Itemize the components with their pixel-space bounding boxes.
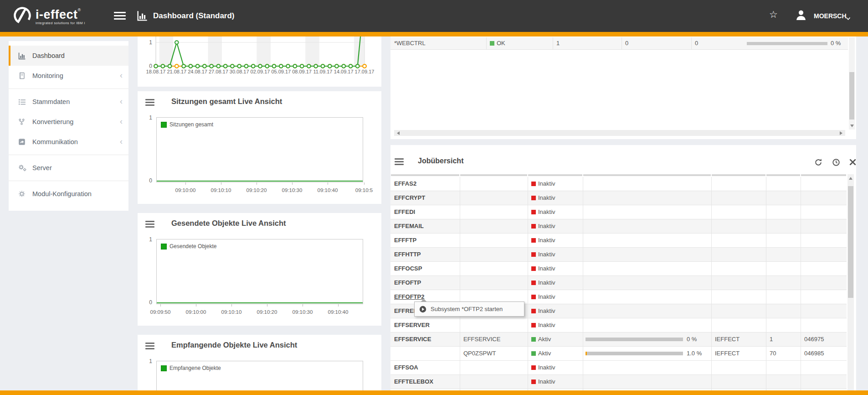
scrollbar-thumb[interactable] — [849, 72, 854, 120]
panel-menu-icon[interactable] — [145, 99, 154, 106]
table-row[interactable]: EFFEDIInaktiv — [390, 205, 847, 219]
menu-toggle-icon[interactable] — [114, 12, 126, 20]
status-badge: Inaktiv — [531, 318, 555, 332]
column-divider — [766, 248, 766, 261]
scroll-right-icon[interactable] — [840, 131, 842, 135]
job-name: QP0ZSPWT — [463, 347, 496, 360]
column-divider — [528, 262, 528, 275]
column-divider — [553, 37, 553, 49]
column-divider — [460, 219, 460, 233]
sidebar-item-monitoring[interactable]: Monitoring‹ — [9, 66, 128, 86]
table-row[interactable]: EFFSOAInaktiv — [390, 361, 847, 375]
legend-swatch — [161, 244, 167, 249]
status-badge: OK — [490, 37, 505, 49]
column-divider — [528, 205, 528, 219]
subsystem-name: EFFEDI — [394, 205, 415, 219]
column-divider — [460, 375, 460, 389]
sidebar-item-stammdaten[interactable]: Stammdaten‹ — [9, 92, 128, 112]
table-row[interactable]: EFFHTTPInaktiv — [390, 248, 847, 262]
subsystem-name: EFFHTTP — [394, 248, 421, 261]
horizontal-scrollbar[interactable] — [394, 130, 845, 136]
sidebar-item-konvertierung[interactable]: Konvertierung‹ — [9, 112, 128, 132]
table-row[interactable]: EFFTELEBOXInaktiv — [390, 375, 847, 389]
table-row[interactable]: EFFSERVERInaktiv — [390, 318, 847, 333]
table-row[interactable]: EFFOFTPInaktiv — [390, 276, 847, 290]
status-badge: Aktiv — [531, 333, 551, 346]
scroll-left-icon[interactable] — [397, 131, 400, 135]
x-axis-label: 09:10:40 — [318, 187, 338, 193]
column-divider — [801, 219, 801, 233]
table-row[interactable]: EFFEMAILInaktiv — [390, 219, 847, 234]
vertical-scrollbar[interactable] — [847, 174, 854, 390]
y-axis-max-label: 1 — [144, 236, 152, 243]
table-row[interactable]: EFFAS2Inaktiv — [390, 177, 847, 191]
table-row[interactable]: EFFSERVICEEFFSERVICEAktiv0 %IEFFECT10469… — [390, 333, 847, 347]
column-divider — [766, 318, 766, 332]
brand-logo[interactable]: i-effect® integrated solutions for IBM i — [12, 5, 85, 28]
x-axis-tick — [328, 182, 328, 185]
chart-legend: Gesendete Objekte — [161, 243, 216, 249]
sidebar-item-label: Kommunikation — [32, 138, 78, 146]
sidebar-item-modul-konfiguration[interactable]: Modul-Konfiguration — [9, 184, 128, 204]
user-menu[interactable]: MOERSCH — [814, 0, 847, 32]
table-row[interactable]: EFFFTPInaktiv — [390, 234, 847, 248]
x-axis-tick — [292, 182, 293, 185]
favorite-star-icon[interactable]: ☆ — [769, 9, 778, 20]
column-divider — [711, 205, 712, 219]
svg-text:27.08.17: 27.08.17 — [209, 69, 228, 74]
panel-menu-icon[interactable] — [395, 158, 404, 165]
sidebar-item-server[interactable]: Server — [9, 158, 128, 178]
sidebar-item-label: Konvertierung — [32, 118, 73, 125]
column-divider — [766, 347, 766, 360]
table-row[interactable]: EFFCRYPTInaktiv — [390, 191, 847, 205]
column-divider — [711, 361, 712, 374]
panel-menu-icon[interactable] — [145, 343, 154, 349]
status-square — [531, 224, 536, 229]
panel-title: Sitzungen gesamt Live Ansicht — [171, 97, 282, 106]
scrollbar-thumb[interactable] — [848, 186, 853, 298]
progress-bar — [586, 338, 683, 341]
column-divider — [766, 361, 766, 374]
x-axis-tick — [338, 304, 339, 307]
clock-icon[interactable] — [832, 158, 840, 166]
column-divider — [460, 234, 460, 247]
progress-label: 0 % — [831, 37, 841, 49]
scroll-up-icon[interactable] — [849, 177, 853, 180]
job-number: 046975 — [804, 333, 824, 346]
user-avatar-icon[interactable] — [795, 9, 807, 23]
cog-icon — [18, 190, 27, 198]
vertical-scrollbar[interactable] — [849, 37, 855, 130]
refresh-icon[interactable] — [814, 158, 822, 166]
sidebar-item-kommunikation[interactable]: Kommunikation‹ — [9, 132, 128, 152]
column-divider — [711, 290, 712, 304]
column-divider — [486, 37, 487, 49]
context-action-tooltip[interactable]: Subsystem *OFTP2 starten — [414, 301, 524, 317]
chevron-left-icon: ‹ — [120, 137, 123, 146]
progress-label: 1.0 % — [687, 347, 702, 360]
column-divider — [766, 205, 766, 219]
column-divider — [711, 304, 712, 318]
chevron-down-icon — [846, 14, 851, 22]
sidebar-item-dashboard[interactable]: Dashboard — [9, 46, 128, 66]
panel-menu-icon[interactable] — [145, 221, 154, 228]
cell-value: 1 — [556, 37, 560, 49]
column-divider — [528, 234, 528, 247]
y-axis-min-label: 0 — [144, 299, 152, 306]
table-row[interactable]: EFFOCSPInaktiv — [390, 262, 847, 276]
x-axis-label: 09:10:30 — [293, 309, 313, 315]
book-icon — [18, 72, 27, 79]
scroll-down-icon[interactable] — [850, 125, 854, 127]
x-axis-label: 09:10:10 — [211, 187, 231, 193]
chevron-left-icon: ‹ — [120, 97, 123, 106]
status-badge: Inaktiv — [531, 361, 555, 374]
close-icon[interactable] — [849, 158, 856, 166]
progress-bar — [586, 352, 683, 355]
table-row[interactable]: QP0ZSPWTAktiv1.0 %IEFFECT70046985 — [390, 347, 847, 361]
header-segment — [460, 174, 527, 176]
column-divider — [583, 191, 583, 205]
share-icon — [18, 138, 27, 146]
status-badge: Inaktiv — [531, 304, 555, 318]
table-row[interactable]: *WEBCTRLOK1000 % — [390, 37, 848, 50]
status-badge: Inaktiv — [531, 234, 555, 247]
column-divider — [711, 333, 712, 346]
